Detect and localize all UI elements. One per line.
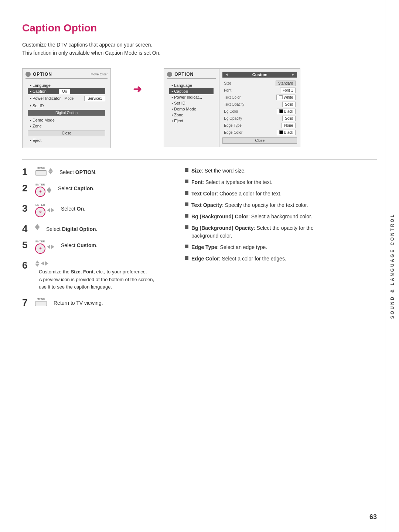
bullet-square — [185, 202, 188, 206]
step-7-icons: MENU — [35, 298, 47, 306]
bullet-list: Size: Set the word size.Font: Select a t… — [185, 167, 340, 263]
enter-btn-icon-2: ENTER ⊙ — [35, 183, 45, 197]
left-screen-header: OPTION Move Enter — [25, 72, 108, 79]
leftright-arrows-5 — [47, 245, 54, 249]
r-menu-eject: • Eject — [169, 118, 214, 124]
step-7: 7 MENU Return to TV viewing. — [22, 298, 170, 307]
option-value: None — [282, 123, 296, 128]
option-row: Edge ColorBlack — [222, 129, 297, 136]
custom-options: SizeStandardFontFont 1Text ColorWhiteTex… — [222, 80, 297, 136]
arrow-right-icon: ➜ — [133, 83, 141, 95]
bullet-text: Bg (Background) Color: Select a backgrou… — [191, 213, 312, 221]
option-row: Text ColorWhite — [222, 94, 297, 101]
down-arrow-4 — [35, 227, 40, 230]
custom-close-button[interactable]: Close — [222, 137, 297, 144]
step-2-number: 2 — [22, 183, 31, 193]
step-2: 2 ENTER ⊙ Select Caption. — [22, 183, 170, 197]
step-6-content: Customize the Size, Font, etc., to your … — [35, 260, 154, 291]
step-6: 6 Customize the Size, Font, etc., — [22, 260, 170, 291]
menu-caption[interactable]: • Caption On — [28, 88, 105, 94]
updown-arrows-4 — [35, 224, 40, 230]
step-2-icons: ENTER ⊙ — [35, 183, 51, 197]
right-screen-title-row: OPTION — [167, 72, 194, 77]
menu-eject: • Eject — [28, 137, 105, 143]
step-5-text: Select Custom. — [61, 240, 98, 249]
left-menu-section: • Language • Caption On • Power Indicato… — [25, 81, 108, 145]
color-swatch — [279, 95, 283, 99]
steps-container: 1 MENU Select OPTION. 2 — [22, 167, 377, 314]
sidebar-label: Sound & Language Control — [390, 213, 395, 319]
r-menu-language: • Language — [169, 82, 214, 88]
option-label: Bg Color — [224, 109, 253, 113]
mode-row: Mode Service1 — [64, 95, 105, 102]
option-value: White — [276, 95, 296, 100]
desc-line2: This function in only available when Cap… — [22, 50, 160, 56]
menu-mode-row: • Power Indicator Mode Service1 — [28, 94, 105, 103]
bullet-item: Font: Select a typeface for the text. — [185, 178, 340, 186]
bullet-text: Text Color: Choose a color for the text. — [191, 190, 282, 198]
step-1: 1 MENU Select OPTION. — [22, 167, 170, 177]
r-menu-setid: • Set ID — [169, 100, 214, 106]
mode-value: Service1 — [84, 96, 105, 101]
up-arrow-1 — [48, 168, 53, 171]
option-value: Black — [277, 130, 296, 135]
option-row: FontFont 1 — [222, 87, 297, 94]
down-arrow-1 — [48, 171, 53, 174]
bullet-item: Text Color: Choose a color for the text. — [185, 190, 340, 198]
custom-header: ◄ Custom ► — [222, 72, 297, 78]
menu-rect-btn-7 — [35, 301, 47, 306]
enter-btn-icon-3: ENTER ⊙ — [35, 204, 45, 217]
up-arrow-4 — [35, 224, 40, 227]
custom-nav-left: ◄ — [225, 72, 228, 76]
bullet-item: Text Opacity: Specify the opacity for th… — [185, 201, 340, 209]
color-swatch — [279, 109, 283, 113]
option-row: Edge TypeNone — [222, 122, 297, 129]
bullet-item: Bg (Background) Opacity: Select the opac… — [185, 224, 340, 240]
right-screen: OPTION • Language • Caption • Power Indi… — [164, 68, 219, 147]
step-6-icons — [35, 260, 48, 267]
digital-option-button[interactable]: Digital Option — [28, 110, 105, 116]
page-title: Caption Option — [22, 22, 377, 34]
right-option-title: OPTION — [174, 72, 194, 77]
bullet-item: Bg (Background) Color: Select a backgrou… — [185, 213, 340, 221]
option-value: Black — [277, 109, 296, 114]
enter-circle-5: ⊙ — [35, 243, 45, 254]
left-screen: OPTION Move Enter • Language • Caption O… — [22, 68, 111, 148]
bullet-square — [185, 256, 188, 260]
screen-icon-left — [25, 72, 31, 77]
option-label: Font — [224, 88, 253, 92]
step-6-desc: Customize the Size, Font, etc., to your … — [39, 268, 154, 291]
bullet-text: Font: Select a typeface for the text. — [191, 178, 272, 186]
step-5-number: 5 — [22, 240, 31, 250]
step-4: 4 Select Digital Option. — [22, 224, 170, 233]
right-arrow-5 — [51, 245, 54, 249]
option-row: Bg OpacitySolid — [222, 115, 297, 122]
step-1-number: 1 — [22, 167, 31, 177]
r-menu-caption: • Caption — [169, 88, 214, 94]
bullet-text: Text Opacity: Specify the opacity for th… — [191, 201, 308, 209]
right-arrow-6 — [45, 261, 48, 266]
r-menu-zone: • Zone — [169, 112, 214, 118]
option-label: Text Color — [224, 95, 253, 99]
right-screens: OPTION • Language • Caption • Power Indi… — [164, 68, 300, 147]
color-swatch — [279, 130, 283, 134]
enter-circle-2: ⊙ — [35, 187, 45, 197]
close-button-left[interactable]: Close — [28, 130, 105, 136]
enter-btn-icon-5: ENTER ⊙ — [35, 240, 45, 254]
page-container: Sound & Language Control Caption Option … — [0, 0, 399, 532]
page-number: 63 — [369, 513, 377, 521]
step-3: 3 ENTER ⊙ Select On. — [22, 204, 170, 217]
close-btn-container: Close — [28, 130, 105, 136]
menu-power: • Power Indicator — [28, 95, 63, 101]
option-value: Solid — [282, 102, 296, 107]
down-arrow-2 — [47, 190, 51, 193]
menu-language: • Language — [28, 82, 105, 88]
leftright-arrows-6 — [41, 261, 48, 266]
option-row: Text OpacitySolid — [222, 101, 297, 108]
left-arrow-6 — [41, 261, 44, 266]
down-arrow-6 — [35, 264, 40, 267]
bullet-square — [185, 225, 188, 229]
r-menu-power: • Power Indicat... — [169, 94, 214, 100]
menu-btn-icon: MENU — [35, 167, 47, 175]
menu-zone: • Zone — [28, 123, 105, 129]
